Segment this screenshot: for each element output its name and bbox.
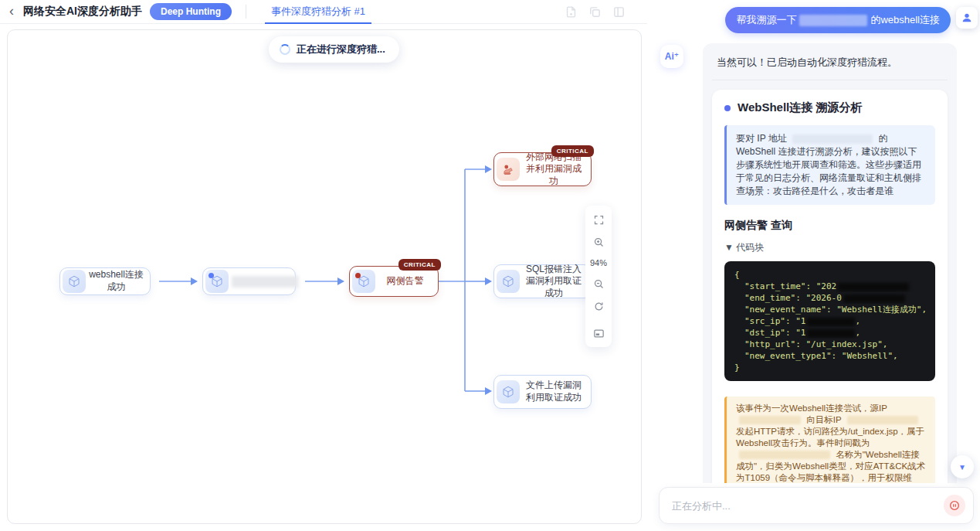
redacted-value [838,283,909,291]
bullet-dot-icon [724,105,731,111]
user-message-part2: 的webshell连接 [870,13,940,27]
critical-badge: CRITICAL [551,145,594,157]
redacted-ip [847,416,918,424]
code-line: "dst_ip": "1, [734,327,925,339]
loading-spinner-icon [280,44,290,55]
event-cube-icon [497,270,520,293]
code-line: } [734,362,925,373]
chat-input-bar [659,487,974,524]
fit-view-icon[interactable] [592,213,605,226]
header-bar: ‹ 网络安全AI深度分析助手 Deep Hunting 事件深度狩猎分析 #1 [0,0,647,24]
node-network-alert[interactable]: CRITICAL 网侧告警 [349,266,439,297]
section-heading: 网侧告警 查询 [724,219,935,233]
redacted-value [843,294,905,303]
code-line: "new_event_type1": "Webshell", [734,350,925,362]
redacted-timestamp [739,451,830,459]
analysis-card-webshell: WebShell连接 溯源分析 要对 IP 地址 的 WebShell 连接进行… [712,90,948,483]
node-external-scan[interactable]: CRITICAL 外部网络扫描并利用漏洞成功 [493,152,592,186]
code-line: "end_time": "2026-0 [734,292,925,304]
redacted-ip [739,416,801,424]
redacted-value [807,318,855,326]
copy-icon[interactable] [588,5,602,19]
node-webshell-success[interactable]: webshell连接成功 [59,267,151,295]
alarm-dot [355,273,361,278]
code-block: { "start_time": "202 "end_time": "2026-0… [724,261,935,381]
node-label-redacted [229,274,304,289]
node-sql-injection[interactable]: SQL报错注入漏洞利用取证成功 [493,264,592,298]
zoom-level: 94% [590,258,607,267]
export-file-icon[interactable] [565,5,578,19]
app-window: ‹ 网络安全AI深度分析助手 Deep Hunting 事件深度狩猎分析 #1 [0,0,980,531]
ai-response-container: 当然可以！已启动自动化深度狩猎流程。 WebShell连接 溯源分析 要对 IP… [703,43,957,483]
hunting-status-pill: 正在进行深度狩猎... [269,36,399,63]
deep-hunting-badge: Deep Hunting [150,3,232,20]
critical-badge: CRITICAL [398,259,441,271]
hunting-graph-canvas[interactable]: 正在进行深度狩猎... [7,29,642,524]
app-title: 网络安全AI深度分析助手 [23,5,142,19]
chat-scroll-area[interactable]: Ai⁺ 当然可以！已启动自动化深度狩猎流程。 WebShell连接 溯源分析 要… [653,37,980,483]
user-message-row: 帮我溯源一下 的webshell连接 [725,7,978,33]
analysis-part2: 向目标IP [806,415,841,424]
code-line: "src_ip": "1, [734,315,925,327]
reset-view-icon[interactable] [592,300,605,312]
node-label: 网侧告警 [375,274,438,289]
hunting-status-text: 正在进行深度狩猎... [297,43,385,56]
user-message-bubble: 帮我溯源一下 的webshell连接 [725,7,951,33]
chat-panel: 帮我溯源一下 的webshell连接 Ai⁺ 当然可以！已启动自动化深度狩猎流程… [653,0,980,531]
stop-generation-button[interactable] [944,495,965,516]
ai-message-row: Ai⁺ 当然可以！已启动自动化深度狩猎流程。 WebShell连接 溯源分析 要… [653,37,980,483]
code-line: "start_time": "202 [734,281,925,292]
scroll-to-bottom-button[interactable]: ▼ [951,455,974,478]
divider [712,80,948,80]
graph-toolbar: 94% [585,206,612,347]
event-cube-icon [205,270,229,293]
back-button[interactable]: ‹ [0,4,23,18]
header-actions [565,5,647,19]
node-label: SQL报错注入漏洞利用取证成功 [520,262,591,301]
code-block-toggle[interactable]: ▼ 代码块 [724,241,935,254]
card-title-row: WebShell连接 溯源分析 [724,100,935,115]
panel-layout-icon[interactable] [612,5,626,19]
analysis-part1: 该事件为一次Webshell连接尝试，源IP [736,403,887,413]
ai-intro-text: 当然可以！已启动自动化深度狩猎流程。 [712,54,948,70]
zoom-out-icon[interactable] [592,277,605,290]
redacted-value [807,329,855,338]
event-cube-icon [63,270,86,293]
card-title: WebShell连接 溯源分析 [738,100,862,115]
analysis-part3: 发起HTTP请求，访问路径为/ut_index.jsp，属于Webshell攻击… [736,427,924,448]
alert-cube-icon [352,270,375,293]
event-analysis-box: 该事件为一次Webshell连接尝试，源IP 向目标IP 发起HTTP请求，访问… [724,397,935,483]
node-label: webshell连接成功 [86,267,150,294]
minimap-toggle-icon[interactable] [592,327,605,339]
status-dot [209,273,214,278]
code-line: { [734,269,925,281]
node-file-upload[interactable]: 文件上传漏洞利用取证成功 [493,375,592,409]
user-avatar[interactable] [956,7,978,29]
tab-incident-analysis[interactable]: 事件深度狩猎分析 #1 [260,0,376,24]
event-cube-icon [497,380,520,403]
advice-quote-box: 要对 IP 地址 的 WebShell 连接进行溯源分析，建议按照以下步骤系统性… [724,125,935,205]
code-line: "http_url": "/ut_index.jsp", [734,339,925,350]
quote-part1: 要对 IP 地址 [736,133,787,144]
user-message-part1: 帮我溯源一下 [736,13,796,27]
ai-avatar: Ai⁺ [660,45,683,68]
zoom-in-icon[interactable] [592,236,605,248]
redacted-ip [792,134,873,144]
node-redacted[interactable] [202,267,296,295]
code-line: "new_event_name": "Webshell连接成功", [734,304,925,315]
chat-input[interactable] [672,500,944,512]
redacted-ip [799,15,867,26]
node-label: 文件上传漏洞利用取证成功 [520,378,591,405]
header-divider [246,5,246,19]
attacker-icon [497,158,520,181]
